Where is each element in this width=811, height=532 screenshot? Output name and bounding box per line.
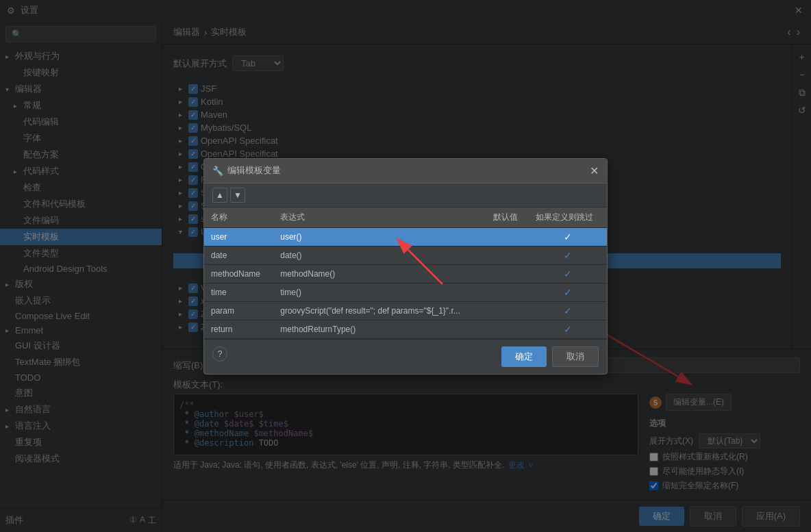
cell-name: param [204, 301, 273, 320]
cell-skip: ✓ [529, 227, 607, 246]
cell-name: methodName [204, 264, 273, 283]
cell-expr: methodName() [273, 264, 486, 283]
variables-table: 名称 表达式 默认值 如果定义则跳过 user user() ✓ date [204, 207, 607, 339]
cell-expr: date() [273, 246, 486, 264]
col-default: 默认值 [486, 207, 529, 228]
cell-expr: time() [273, 283, 486, 301]
table-row[interactable]: param groovyScript("def result="; def pa… [204, 301, 607, 320]
cell-skip: ✓ [529, 246, 607, 264]
table-row[interactable]: user user() ✓ [204, 227, 607, 246]
dialog-title-text: 🔧 编辑模板变量 [212, 164, 281, 177]
dialog-table-container: 名称 表达式 默认值 如果定义则跳过 user user() ✓ date [204, 207, 607, 339]
cell-expr: methodReturnType() [273, 320, 486, 338]
dialog-cancel-button[interactable]: 取消 [552, 346, 599, 367]
col-skip: 如果定义则跳过 [529, 207, 607, 228]
help-button[interactable]: ? [212, 346, 227, 362]
dialog-title-label: 编辑模板变量 [227, 164, 281, 177]
table-row[interactable]: time time() ✓ [204, 283, 607, 301]
cell-expr: user() [273, 227, 486, 246]
dialog-toolbar: ▲ ▼ [204, 183, 607, 207]
col-expr: 表达式 [273, 207, 486, 228]
cell-name: date [204, 246, 273, 264]
dialog-footer: ? 确定 取消 [204, 339, 607, 374]
dialog-icon: 🔧 [212, 166, 223, 176]
cell-default [486, 227, 529, 246]
cell-name: time [204, 283, 273, 301]
cell-skip: ✓ [529, 320, 607, 338]
table-row[interactable]: return methodReturnType() ✓ [204, 320, 607, 338]
cell-name: user [204, 227, 273, 246]
move-down-button[interactable]: ▼ [230, 188, 245, 203]
dialog-close-button[interactable]: ✕ [590, 164, 599, 177]
cell-skip: ✓ [529, 264, 607, 283]
dialog-confirm-button[interactable]: 确定 [501, 346, 547, 367]
col-name: 名称 [204, 207, 273, 228]
cell-skip: ✓ [529, 301, 607, 320]
cell-name: return [204, 320, 273, 338]
cell-expr: groovyScript("def result="; def params="… [273, 301, 486, 320]
edit-variables-dialog: 🔧 编辑模板变量 ✕ ▲ ▼ 名称 表达式 默认值 如果定义则跳过 [203, 158, 608, 375]
cell-default [486, 320, 529, 338]
cell-default [486, 301, 529, 320]
dialog-title-bar: 🔧 编辑模板变量 ✕ [204, 159, 607, 183]
table-row[interactable]: methodName methodName() ✓ [204, 264, 607, 283]
move-up-button[interactable]: ▲ [212, 188, 227, 203]
dialog-overlay: 🔧 编辑模板变量 ✕ ▲ ▼ 名称 表达式 默认值 如果定义则跳过 [0, 0, 811, 532]
cell-default [486, 246, 529, 264]
cell-default [486, 283, 529, 301]
cell-default [486, 264, 529, 283]
table-row[interactable]: date date() ✓ [204, 246, 607, 264]
cell-skip: ✓ [529, 283, 607, 301]
